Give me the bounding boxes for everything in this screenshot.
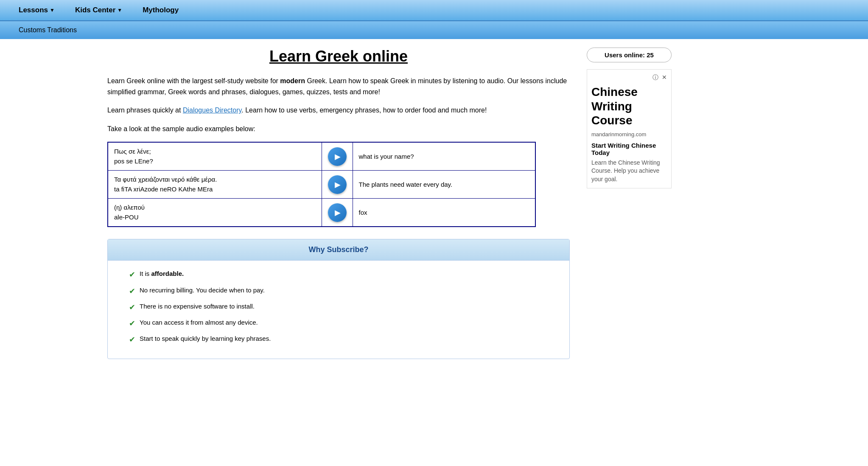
translation-cell-1: what is your name? [353, 142, 535, 171]
users-online-badge: Users online: 25 [587, 48, 672, 62]
table-row: Πως σε λένε;pos se LEne? what is your na… [108, 142, 535, 171]
subscribe-body: ✔ It is affordable. ✔ No recurring billi… [108, 261, 569, 359]
table-row: (η) αλεπούale-POU fox [108, 199, 535, 227]
subscribe-item-2: ✔ No recurring billing. You decide when … [129, 286, 557, 297]
play-button-1[interactable] [328, 147, 347, 166]
translation-cell-3: fox [353, 199, 535, 227]
greek-cell-1: Πως σε λένε;pos se LEne? [108, 142, 322, 171]
page-title: Learn Greek online [107, 48, 570, 65]
subscribe-text-3: There is no expensive software to instal… [140, 302, 255, 311]
dialogues-directory-link[interactable]: Dialogues Directory [183, 107, 241, 114]
sidebar: Users online: 25 ⓘ ✕ Chinese Writing Cou… [582, 39, 676, 368]
subscribe-text-4: You can access it from almost any device… [140, 318, 258, 327]
ad-info-icon[interactable]: ⓘ [652, 74, 658, 81]
checkmark-icon-5: ✔ [129, 334, 135, 345]
intro-paragraph-2: Learn phrases quickly at Dialogues Direc… [107, 105, 570, 116]
ad-body-text: Learn the Chinese Writing Course. Help y… [591, 159, 667, 184]
nav-kids-label: Kids Center [75, 6, 115, 14]
ad-domain: mandarinmorning.com [591, 131, 667, 138]
nav-kids-arrow: ▼ [117, 7, 122, 13]
subscribe-box: Why Subscribe? ✔ It is affordable. ✔ No … [107, 239, 570, 359]
ad-title: Chinese Writing Course [591, 85, 667, 128]
play-cell-3 [322, 199, 353, 227]
subscribe-header: Why Subscribe? [108, 239, 569, 261]
subscribe-text-2: No recurring billing. You decide when to… [140, 286, 265, 295]
ad-top-bar: ⓘ ✕ [591, 74, 667, 81]
play-button-3[interactable] [328, 203, 347, 222]
ad-box: ⓘ ✕ Chinese Writing Course mandarinmorni… [587, 69, 672, 188]
intro2-prefix: Learn phrases quickly at [107, 107, 183, 114]
page-layout: Learn Greek online Learn Greek online wi… [95, 39, 773, 368]
intro-paragraph-1: Learn Greek online with the largest self… [107, 76, 570, 97]
ad-close-icon[interactable]: ✕ [662, 74, 667, 81]
main-nav: Lessons ▼ Kids Center ▼ Mythology Custom… [0, 0, 868, 39]
nav-mythology[interactable]: Mythology [132, 0, 189, 20]
checkmark-icon-4: ✔ [129, 318, 135, 329]
translation-cell-2: The plants need water every day. [353, 171, 535, 199]
intro-paragraph-3: Take a look at the sample audio examples… [107, 124, 570, 135]
nav-lessons[interactable]: Lessons ▼ [8, 0, 65, 20]
nav-customs-label: Customs Traditions [19, 26, 77, 34]
greek-cell-2: Τα φυτά χρειάζονται νερό κάθε μέρα.ta fi… [108, 171, 322, 199]
nav-kids-center[interactable]: Kids Center ▼ [65, 0, 132, 20]
play-cell-2 [322, 171, 353, 199]
checkmark-icon-3: ✔ [129, 302, 135, 313]
subscribe-item-3: ✔ There is no expensive software to inst… [129, 302, 557, 313]
table-row: Τα φυτά χρειάζονται νερό κάθε μέρα.ta fi… [108, 171, 535, 199]
play-button-2[interactable] [328, 175, 347, 194]
subscribe-text-5: Start to speak quickly by learning key p… [140, 334, 271, 343]
nav-customs-traditions[interactable]: Customs Traditions [8, 21, 87, 39]
checkmark-icon-2: ✔ [129, 286, 135, 297]
intro2-suffix: . Learn how to use verbs, emergency phra… [241, 107, 487, 114]
play-cell-1 [322, 142, 353, 171]
subscribe-text-1: It is affordable. [140, 269, 184, 278]
audio-examples-table: Πως σε λένε;pos se LEne? what is your na… [107, 142, 536, 227]
ad-subtitle: Start Writing Chinese Today [591, 142, 667, 156]
checkmark-icon-1: ✔ [129, 269, 135, 280]
main-content: Learn Greek online Learn Greek online wi… [95, 39, 582, 368]
greek-cell-3: (η) αλεπούale-POU [108, 199, 322, 227]
subscribe-item-4: ✔ You can access it from almost any devi… [129, 318, 557, 329]
nav-lessons-label: Lessons [19, 6, 48, 14]
subscribe-item-1: ✔ It is affordable. [129, 269, 557, 280]
nav-lessons-arrow: ▼ [50, 7, 55, 13]
nav-mythology-label: Mythology [143, 6, 179, 14]
subscribe-item-5: ✔ Start to speak quickly by learning key… [129, 334, 557, 345]
